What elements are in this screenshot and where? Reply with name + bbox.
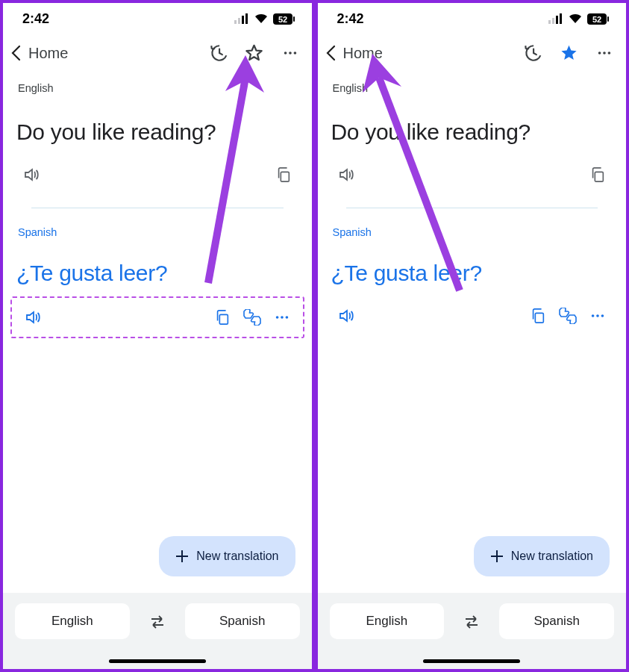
svg-rect-10: [281, 172, 289, 181]
status-time: 2:42: [337, 11, 364, 27]
source-actions: [16, 155, 298, 194]
svg-point-22: [598, 52, 601, 55]
source-actions: [331, 155, 613, 194]
svg-rect-11: [219, 314, 228, 324]
svg-rect-2: [242, 16, 244, 24]
back-chevron-icon: [321, 42, 342, 64]
target-actions: [331, 296, 613, 335]
svg-point-9: [293, 52, 296, 55]
new-translation-button[interactable]: New translation: [474, 536, 610, 576]
language-switcher-bar: English Spanish: [3, 593, 312, 669]
source-language-pill[interactable]: English: [330, 603, 445, 639]
more-icon[interactable]: [267, 302, 297, 332]
copy-icon[interactable]: [523, 301, 553, 331]
more-icon[interactable]: [279, 42, 301, 64]
speaker-icon[interactable]: [16, 160, 46, 190]
nav-title: Home: [28, 45, 68, 62]
source-text: Do you like reading?: [331, 99, 613, 155]
svg-point-12: [275, 316, 278, 319]
target-language-pill[interactable]: Spanish: [185, 603, 300, 639]
phone-screen-right: 2:42 52 Home: [315, 0, 630, 672]
copy-icon[interactable]: [269, 160, 298, 190]
svg-point-13: [281, 316, 284, 319]
phone-screen-left: 2:42 52 Home: [0, 0, 315, 672]
feedback-thumbs-icon[interactable]: [553, 301, 583, 331]
more-icon[interactable]: [583, 301, 613, 331]
new-translation-button[interactable]: New translation: [159, 536, 295, 576]
wifi-icon: [254, 13, 269, 24]
target-text: ¿Te gusta leer?: [16, 243, 298, 296]
source-language-pill[interactable]: English: [15, 603, 130, 639]
fab-label: New translation: [511, 550, 593, 563]
svg-rect-25: [595, 172, 603, 181]
more-icon[interactable]: [593, 42, 616, 64]
svg-point-14: [285, 316, 288, 319]
svg-point-28: [596, 314, 599, 317]
home-indicator: [423, 659, 520, 663]
svg-rect-26: [535, 313, 543, 323]
svg-rect-15: [548, 20, 551, 24]
status-right: 52: [548, 13, 610, 25]
nav-title: Home: [343, 45, 383, 62]
svg-rect-3: [245, 13, 248, 24]
translation-content: English Do you like reading? Spanish ¿Te…: [3, 72, 312, 593]
status-right: 52: [234, 13, 295, 25]
svg-point-27: [592, 314, 595, 317]
status-time: 2:42: [22, 11, 49, 27]
copy-icon[interactable]: [207, 302, 237, 332]
star-outline-icon[interactable]: [243, 42, 266, 64]
svg-rect-16: [552, 18, 554, 24]
swap-languages-icon[interactable]: [454, 605, 489, 639]
language-switcher-bar: English Spanish: [318, 593, 627, 669]
swap-languages-icon[interactable]: [140, 605, 175, 639]
wifi-icon: [568, 13, 583, 24]
cellular-icon: [548, 13, 563, 24]
feedback-thumbs-icon[interactable]: [237, 302, 267, 332]
divider: [31, 208, 284, 208]
nav-bar: Home: [3, 34, 312, 72]
svg-point-7: [284, 52, 287, 55]
target-actions: [18, 298, 297, 337]
nav-bar: Home: [318, 34, 627, 72]
status-bar: 2:42 52: [3, 3, 312, 34]
source-language-label: English: [331, 72, 613, 99]
svg-text:52: 52: [278, 14, 287, 23]
fab-label: New translation: [196, 550, 278, 563]
history-icon[interactable]: [522, 42, 544, 64]
history-icon[interactable]: [207, 42, 230, 64]
svg-point-8: [289, 52, 292, 55]
annotation-highlight-box: [10, 296, 304, 338]
speaker-icon[interactable]: [331, 160, 361, 190]
home-indicator: [109, 659, 206, 663]
nav-back-home[interactable]: Home: [321, 42, 522, 64]
battery-icon: 52: [273, 13, 295, 25]
source-language-label: English: [16, 72, 298, 99]
svg-rect-1: [238, 18, 240, 24]
plus-icon: [490, 550, 504, 563]
cellular-icon: [234, 13, 249, 24]
target-language-label: Spanish: [331, 216, 613, 243]
svg-point-24: [608, 52, 611, 55]
svg-rect-17: [556, 16, 558, 24]
divider: [346, 208, 598, 208]
target-text: ¿Te gusta leer?: [331, 243, 613, 296]
svg-rect-5: [293, 16, 295, 22]
svg-text:52: 52: [592, 14, 601, 23]
svg-rect-0: [234, 20, 237, 24]
svg-point-23: [603, 52, 606, 55]
target-language-pill[interactable]: Spanish: [499, 603, 614, 639]
plus-icon: [175, 550, 189, 563]
target-language-label: Spanish: [16, 216, 298, 243]
svg-point-29: [601, 314, 604, 317]
status-bar: 2:42 52: [318, 3, 627, 34]
svg-rect-20: [607, 16, 609, 22]
speaker-icon[interactable]: [18, 302, 48, 332]
copy-icon[interactable]: [583, 160, 613, 190]
translation-content: English Do you like reading? Spanish ¿Te…: [318, 72, 627, 593]
speaker-icon[interactable]: [331, 301, 361, 331]
source-text: Do you like reading?: [16, 99, 298, 155]
nav-back-home[interactable]: Home: [6, 42, 207, 64]
svg-rect-18: [560, 13, 562, 24]
back-chevron-icon: [6, 42, 27, 64]
star-filled-icon[interactable]: [557, 42, 580, 64]
